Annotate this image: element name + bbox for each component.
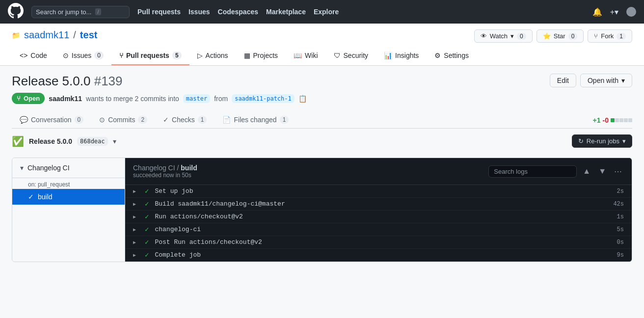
nav-explore[interactable]: Explore <box>314 8 339 16</box>
issues-icon: ⊙ <box>63 52 69 59</box>
log-line[interactable]: ▶ ✓ changelog-ci 5s <box>125 223 632 236</box>
eye-icon: 👁 <box>481 32 487 40</box>
tab-commits[interactable]: ⊙ Commits 2 <box>91 112 155 129</box>
star-button[interactable]: ⭐ Star 0 <box>537 29 584 43</box>
projects-icon: ▦ <box>244 52 250 59</box>
log-line[interactable]: ▶ ✓ Complete job 9s <box>125 249 632 262</box>
fork-icon: ⑂ <box>594 32 598 40</box>
chevron-down-icon: ▾ <box>621 77 625 84</box>
tab-settings[interactable]: ⚙ Settings <box>427 47 477 65</box>
rerun-icon: ↻ <box>578 137 584 145</box>
log-line[interactable]: ▶ ✓ Run actions/checkout@v2 1s <box>125 211 632 223</box>
step-check-icon: ✓ <box>145 200 149 208</box>
pr-status-badge: ⑂ Open <box>12 93 45 104</box>
tab-code[interactable]: <> Code <box>12 47 55 65</box>
pr-icon: ⑂ <box>119 52 123 59</box>
repo-owner-link[interactable]: saadmk11 <box>24 29 69 41</box>
top-nav-links: Pull requests Issues Codespaces Marketpl… <box>137 8 339 16</box>
step-name: Post Run actions/checkout@v2 <box>155 238 611 246</box>
commits-badge: 2 <box>138 116 147 124</box>
pr-number: #139 <box>94 74 123 88</box>
step-check-icon: ✓ <box>145 212 149 221</box>
pr-open-icon: ⑂ <box>17 95 21 102</box>
check-hash: 868deac <box>77 137 108 146</box>
tab-conversation[interactable]: 💬 Conversation 0 <box>12 112 91 129</box>
step-time: 2s <box>617 188 624 195</box>
pr-meta: ⑂ Open saadmk11 wants to merge 2 commits… <box>12 93 632 104</box>
repo-name-link[interactable]: test <box>80 29 98 41</box>
tab-pull-requests[interactable]: ⑂ Pull requests 5 <box>111 47 189 65</box>
checks-main: Changelog CI / build succeeded now in 50… <box>125 158 632 262</box>
checks-icon: ✓ <box>163 116 169 124</box>
check-success-icon: ✅ <box>12 135 24 147</box>
github-logo-icon[interactable] <box>8 3 24 21</box>
top-nav: Search or jump to... / Pull requests Iss… <box>0 0 644 24</box>
star-count: 0 <box>568 33 578 40</box>
nav-codespaces[interactable]: Codespaces <box>218 8 258 16</box>
diff-stats: +1 -0 <box>593 116 632 124</box>
repo-header: 📁 saadmk11 / test 👁 Watch ▾ 0 ⭐ Star 0 ⑂… <box>0 24 644 66</box>
avatar[interactable] <box>626 7 636 17</box>
fork-count: 1 <box>617 33 626 40</box>
search-box[interactable]: Search or jump to... / <box>31 6 130 18</box>
pr-content: Release 5.0.0 #139 Edit Open with ▾ ⑂ Op… <box>0 66 644 270</box>
diff-plus: +1 <box>593 116 601 124</box>
log-line[interactable]: ▶ ✓ Post Run actions/checkout@v2 0s <box>125 236 632 249</box>
files-icon: 📄 <box>222 116 231 124</box>
build-success-icon: ✓ <box>28 193 34 201</box>
step-name: Complete job <box>155 251 611 259</box>
pr-badge: 5 <box>172 52 182 59</box>
nav-issues[interactable]: Issues <box>188 8 210 16</box>
expand-arrow-icon: ▶ <box>133 188 139 194</box>
star-icon: ⭐ <box>543 32 551 40</box>
checks-breadcrumb: Changelog CI / build <box>133 164 197 172</box>
scroll-down-icon[interactable]: ▼ <box>596 165 608 178</box>
tab-actions[interactable]: ▷ Actions <box>189 47 236 65</box>
fork-button[interactable]: ⑂ Fork 1 <box>588 29 632 43</box>
repo-nav: <> Code ⊙ Issues 0 ⑂ Pull requests 5 ▷ A… <box>12 47 632 65</box>
tab-files-changed[interactable]: 📄 Files changed 1 <box>215 112 296 129</box>
security-icon: 🛡 <box>334 52 341 59</box>
step-time: 5s <box>617 226 624 233</box>
step-check-icon: ✓ <box>145 238 149 246</box>
notifications-icon[interactable]: 🔔 <box>592 7 602 17</box>
slash-key: / <box>95 8 101 15</box>
tab-issues[interactable]: ⊙ Issues 0 <box>55 47 111 65</box>
commits-icon: ⊙ <box>99 116 105 124</box>
nav-marketplace[interactable]: Marketplace <box>266 8 306 16</box>
log-line[interactable]: ▶ ✓ Set up job 2s <box>125 185 632 198</box>
rerun-jobs-button[interactable]: ↻ Re-run jobs ▾ <box>572 134 632 148</box>
check-hash-dropdown-icon[interactable]: ▾ <box>113 137 116 145</box>
edit-button[interactable]: Edit <box>550 74 576 87</box>
open-with-button[interactable]: Open with ▾ <box>580 74 632 87</box>
settings-icon: ⚙ <box>434 52 441 59</box>
expand-arrow-icon: ▶ <box>133 252 139 258</box>
tab-checks[interactable]: ✓ Checks 1 <box>155 112 215 129</box>
copy-icon[interactable]: 📋 <box>298 95 307 103</box>
nav-pull-requests[interactable]: Pull requests <box>137 8 181 16</box>
tab-insights[interactable]: 📊 Insights <box>376 47 427 65</box>
checks-sidebar-group[interactable]: ▾ Changelog CI <box>12 158 125 178</box>
tab-projects[interactable]: ▦ Projects <box>236 47 286 65</box>
step-time: 1s <box>617 213 624 220</box>
watch-button[interactable]: 👁 Watch ▾ 0 <box>474 29 533 43</box>
tab-security[interactable]: 🛡 Security <box>326 47 376 65</box>
log-line[interactable]: ▶ ✓ Build saadmk11/changelog-ci@master 4… <box>125 198 632 211</box>
step-check-icon: ✓ <box>145 251 149 259</box>
issues-badge: 0 <box>94 52 104 59</box>
scroll-up-icon[interactable]: ▲ <box>581 165 592 178</box>
step-time: 0s <box>617 239 624 246</box>
search-logs-input[interactable] <box>488 165 577 178</box>
separator: / <box>73 29 76 41</box>
expand-arrow-icon: ▶ <box>133 201 139 207</box>
create-icon[interactable]: +▾ <box>610 7 618 17</box>
more-options-icon[interactable]: ⋯ <box>612 165 624 178</box>
step-time: 42s <box>613 201 624 208</box>
expand-arrow-icon: ▶ <box>133 239 139 245</box>
step-check-icon: ✓ <box>145 225 149 234</box>
tab-wiki[interactable]: 📖 Wiki <box>286 47 325 65</box>
code-icon: <> <box>20 52 27 59</box>
checks-sidebar-build[interactable]: ✓ build <box>12 189 125 205</box>
watch-count: 0 <box>517 33 526 40</box>
checks-subtitle: succeeded now in 50s <box>133 172 197 179</box>
